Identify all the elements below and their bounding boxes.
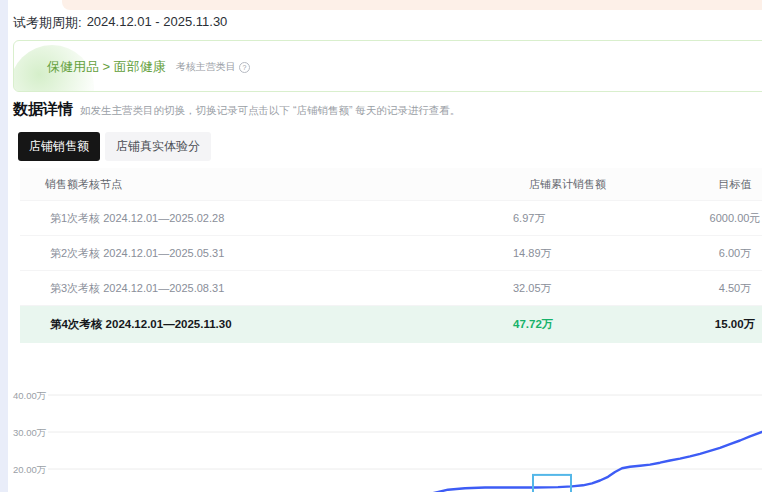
help-icon[interactable]: ? bbox=[239, 62, 250, 73]
tab-store-sales[interactable]: 店铺销售额 bbox=[18, 132, 100, 161]
section-title: 数据详情 bbox=[13, 100, 73, 119]
category-hint-label: 考核主营类目 bbox=[176, 60, 236, 74]
cell-target-value: 15.00万 bbox=[708, 317, 762, 332]
table-row[interactable]: 第2次考核 2024.12.01—2025.05.31 14.89万 6.00万 bbox=[20, 235, 762, 270]
data-tabs: 店铺销售额 店铺真实体验分 bbox=[18, 132, 211, 161]
sales-line-series bbox=[432, 432, 762, 492]
section-note: 如发生主营类目的切换，切换记录可点击以下 “店铺销售额” 每天的记录进行查看。 bbox=[80, 104, 460, 118]
category-card: 保健用品 > 面部健康 考核主营类目 ? bbox=[13, 40, 762, 92]
assessment-period-value: 2024.12.01 - 2025.11.30 bbox=[87, 14, 228, 32]
data-detail-section-header: 数据详情 如发生主营类目的切换，切换记录可点击以下 “店铺销售额” 每天的记录进… bbox=[13, 100, 460, 119]
table-row-current[interactable]: 第4次考核 2024.12.01—2025.11.30 47.72万 15.00… bbox=[20, 305, 762, 343]
top-notice-banner-edge bbox=[62, 0, 762, 10]
cell-target-value: 4.50万 bbox=[708, 281, 762, 296]
assessment-period-label: 试考期周期: bbox=[13, 14, 82, 32]
cell-target-value: 6000.00元 bbox=[708, 211, 762, 226]
cell-cumulative-sales: 47.72万 bbox=[513, 317, 708, 332]
chart-selection-box[interactable] bbox=[533, 475, 571, 492]
table-header-row: 销售额考核节点 店铺累计销售额 目标值 bbox=[20, 168, 762, 200]
table-row[interactable]: 第3次考核 2024.12.01—2025.08.31 32.05万 4.50万 bbox=[20, 270, 762, 305]
cell-target-value: 6.00万 bbox=[708, 246, 762, 261]
table-row[interactable]: 第1次考核 2024.12.01—2025.02.28 6.97万 6000.0… bbox=[20, 200, 762, 235]
header-cumulative-sales: 店铺累计销售额 bbox=[513, 177, 708, 192]
y-axis-tick-label: 20.00万 bbox=[13, 464, 47, 475]
category-hint: 考核主营类目 ? bbox=[176, 60, 250, 74]
cell-assessment-node: 第4次考核 2024.12.01—2025.11.30 bbox=[20, 317, 513, 332]
cell-assessment-node: 第3次考核 2024.12.01—2025.08.31 bbox=[20, 281, 513, 296]
sales-assessment-table: 销售额考核节点 店铺累计销售额 目标值 第1次考核 2024.12.01—202… bbox=[20, 168, 762, 343]
cell-assessment-node: 第1次考核 2024.12.01—2025.02.28 bbox=[20, 211, 513, 226]
tab-store-experience-score[interactable]: 店铺真实体验分 bbox=[105, 132, 211, 161]
y-axis-tick-label: 40.00万 bbox=[13, 390, 47, 401]
cell-cumulative-sales: 32.05万 bbox=[513, 281, 708, 296]
assessment-period: 试考期周期: 2024.12.01 - 2025.11.30 bbox=[13, 14, 227, 32]
y-axis-tick-label: 30.00万 bbox=[13, 427, 47, 438]
cell-cumulative-sales: 14.89万 bbox=[513, 246, 708, 261]
category-breadcrumb: 保健用品 > 面部健康 bbox=[47, 58, 166, 76]
header-target-value: 目标值 bbox=[708, 177, 762, 192]
cumulative-sales-chart: 40.00万30.00万20.00万 bbox=[0, 360, 762, 492]
cell-assessment-node: 第2次考核 2024.12.01—2025.05.31 bbox=[20, 246, 513, 261]
header-assessment-node: 销售额考核节点 bbox=[20, 177, 513, 192]
cell-cumulative-sales: 6.97万 bbox=[513, 211, 708, 226]
